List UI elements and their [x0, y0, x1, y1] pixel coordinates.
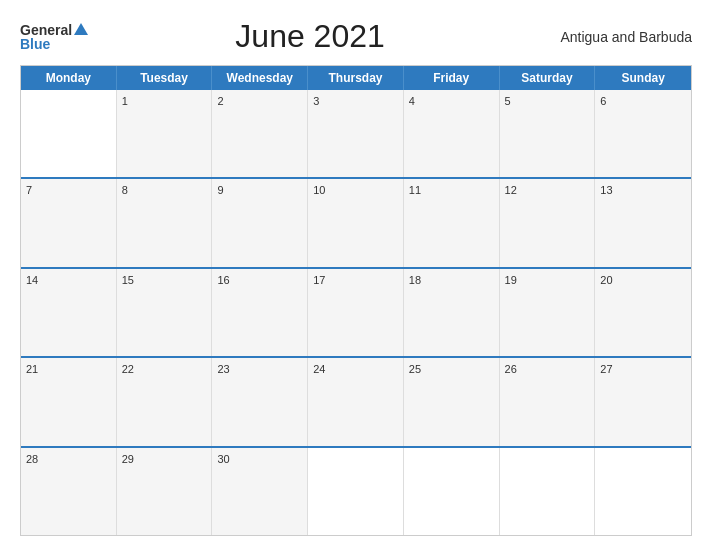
day-number: 29	[122, 453, 134, 465]
calendar-cell: 13	[595, 179, 691, 266]
day-number: 20	[600, 274, 612, 286]
calendar-cell: 29	[117, 448, 213, 535]
calendar-cell: 6	[595, 90, 691, 177]
day-number: 27	[600, 363, 612, 375]
calendar-cell: 8	[117, 179, 213, 266]
calendar-cell: 18	[404, 269, 500, 356]
day-number: 10	[313, 184, 325, 196]
day-number: 22	[122, 363, 134, 375]
day-number: 15	[122, 274, 134, 286]
calendar-cell: 7	[21, 179, 117, 266]
calendar-cell: 15	[117, 269, 213, 356]
calendar-cell	[308, 448, 404, 535]
calendar-cell: 28	[21, 448, 117, 535]
calendar-cell: 19	[500, 269, 596, 356]
region-label: Antigua and Barbuda	[532, 29, 692, 45]
calendar-cell: 24	[308, 358, 404, 445]
calendar-cell: 21	[21, 358, 117, 445]
day-number: 2	[217, 95, 223, 107]
calendar: MondayTuesdayWednesdayThursdayFridaySatu…	[20, 65, 692, 536]
calendar-cell: 9	[212, 179, 308, 266]
day-number: 21	[26, 363, 38, 375]
day-number: 16	[217, 274, 229, 286]
day-number: 6	[600, 95, 606, 107]
header: General Blue June 2021 Antigua and Barbu…	[20, 18, 692, 55]
day-number: 30	[217, 453, 229, 465]
page: General Blue June 2021 Antigua and Barbu…	[0, 0, 712, 550]
calendar-week-4: 21222324252627	[21, 356, 691, 445]
calendar-cell: 14	[21, 269, 117, 356]
day-number: 3	[313, 95, 319, 107]
calendar-cell	[404, 448, 500, 535]
day-number: 12	[505, 184, 517, 196]
calendar-cell: 5	[500, 90, 596, 177]
calendar-cell: 27	[595, 358, 691, 445]
calendar-week-3: 14151617181920	[21, 267, 691, 356]
calendar-cell: 2	[212, 90, 308, 177]
day-number: 9	[217, 184, 223, 196]
logo: General Blue	[20, 23, 88, 51]
calendar-cell: 23	[212, 358, 308, 445]
weekday-header-thursday: Thursday	[308, 66, 404, 90]
day-number: 26	[505, 363, 517, 375]
calendar-cell: 20	[595, 269, 691, 356]
weekday-header-sunday: Sunday	[595, 66, 691, 90]
calendar-title: June 2021	[88, 18, 532, 55]
calendar-cell	[500, 448, 596, 535]
weekday-header-tuesday: Tuesday	[117, 66, 213, 90]
calendar-cell	[595, 448, 691, 535]
calendar-cell: 22	[117, 358, 213, 445]
weekday-header-wednesday: Wednesday	[212, 66, 308, 90]
day-number: 7	[26, 184, 32, 196]
day-number: 8	[122, 184, 128, 196]
weekday-header-monday: Monday	[21, 66, 117, 90]
calendar-cell: 1	[117, 90, 213, 177]
calendar-cell: 10	[308, 179, 404, 266]
day-number: 5	[505, 95, 511, 107]
calendar-week-2: 78910111213	[21, 177, 691, 266]
day-number: 17	[313, 274, 325, 286]
calendar-cell: 11	[404, 179, 500, 266]
day-number: 18	[409, 274, 421, 286]
day-number: 14	[26, 274, 38, 286]
logo-blue-text: Blue	[20, 37, 50, 51]
day-number: 11	[409, 184, 421, 196]
calendar-week-1: 123456	[21, 90, 691, 177]
day-number: 19	[505, 274, 517, 286]
calendar-cell: 25	[404, 358, 500, 445]
day-number: 25	[409, 363, 421, 375]
calendar-cell: 3	[308, 90, 404, 177]
calendar-cell: 4	[404, 90, 500, 177]
calendar-cell: 16	[212, 269, 308, 356]
calendar-week-5: 282930	[21, 446, 691, 535]
day-number: 23	[217, 363, 229, 375]
calendar-cell: 30	[212, 448, 308, 535]
day-number: 4	[409, 95, 415, 107]
logo-general-text: General	[20, 23, 72, 37]
weekday-header-saturday: Saturday	[500, 66, 596, 90]
calendar-header-row: MondayTuesdayWednesdayThursdayFridaySatu…	[21, 66, 691, 90]
weekday-header-friday: Friday	[404, 66, 500, 90]
calendar-cell: 17	[308, 269, 404, 356]
day-number: 1	[122, 95, 128, 107]
day-number: 13	[600, 184, 612, 196]
calendar-body: 1234567891011121314151617181920212223242…	[21, 90, 691, 535]
logo-triangle-icon	[74, 23, 88, 35]
calendar-cell: 12	[500, 179, 596, 266]
day-number: 28	[26, 453, 38, 465]
calendar-cell	[21, 90, 117, 177]
calendar-cell: 26	[500, 358, 596, 445]
day-number: 24	[313, 363, 325, 375]
